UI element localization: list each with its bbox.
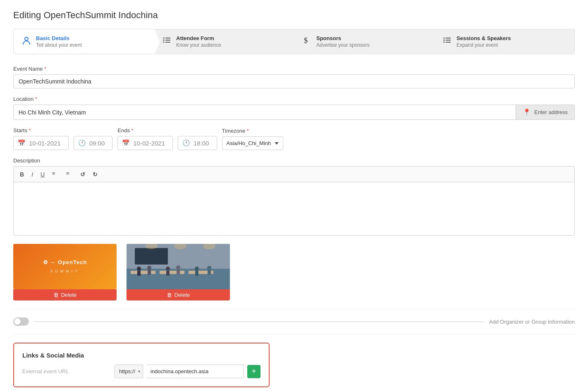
url-add-button[interactable]: + xyxy=(247,365,261,378)
ends-group: Ends * 📅 10-02-2021 xyxy=(117,127,173,150)
links-social-box: Links & Social Media External event URL … xyxy=(13,343,270,387)
step-basic-details[interactable]: Basic Details Tell about your event xyxy=(14,29,154,54)
images-row: ⚙ ↔ OpenTech SUMMIT 🗑 Delete xyxy=(13,244,575,300)
svg-point-26 xyxy=(147,266,151,270)
divider xyxy=(13,309,575,309)
clock2-icon: 🕐 xyxy=(182,139,190,147)
timezone-select[interactable]: Asia/Ho_Chi_Minh xyxy=(222,136,283,150)
svg-text:≡: ≡ xyxy=(52,171,55,176)
svg-rect-5 xyxy=(163,42,165,43)
event-photo xyxy=(127,244,230,289)
bold-button[interactable]: B xyxy=(17,169,27,179)
url-protocol-select[interactable]: https:// http:// xyxy=(115,365,138,378)
divider2 xyxy=(13,334,575,334)
italic-button[interactable]: I xyxy=(29,169,36,179)
page-title: Editing OpenTechSummit Indochina xyxy=(13,10,575,21)
photo-delete-button[interactable]: 🗑 Delete xyxy=(127,289,230,300)
step-basic-details-label: Basic Details xyxy=(36,35,82,41)
list-icon xyxy=(162,36,171,48)
svg-rect-8 xyxy=(443,38,445,38)
ends-time-input[interactable]: 🕐 18:00 xyxy=(178,136,217,150)
starts-date-value: 10-01-2021 xyxy=(29,140,61,147)
chevron-down-icon: ▾ xyxy=(138,369,143,374)
organizer-row: Add Organizer or Group Information xyxy=(13,317,575,326)
location-section: Location * 📍 Enter address xyxy=(13,96,575,120)
svg-text:$: $ xyxy=(304,36,308,45)
redo-button[interactable]: ↻ xyxy=(90,169,100,179)
svg-rect-33 xyxy=(195,271,198,276)
ends-label: Ends * xyxy=(117,127,173,134)
svg-text:⚙ ↔ OpenTech: ⚙ ↔ OpenTech xyxy=(43,259,87,265)
ends-time-label xyxy=(178,127,217,134)
starts-time-input[interactable]: 🕐 09:00 xyxy=(74,136,113,150)
enter-address-button[interactable]: 📍 Enter address xyxy=(516,105,575,120)
ends-date-value: 10-02-2021 xyxy=(133,140,165,147)
starts-time-group: 🕐 09:00 xyxy=(74,127,113,150)
description-section: Description B I U ≡ ≡ ↺ ↻ xyxy=(13,157,575,236)
event-logo: ⚙ ↔ OpenTech SUMMIT xyxy=(13,244,117,289)
svg-point-32 xyxy=(195,267,199,271)
step-sessions-speakers[interactable]: Sessions & Speakers Expand your event xyxy=(434,29,574,54)
dollar-icon: $ xyxy=(302,36,311,48)
svg-rect-29 xyxy=(166,271,170,276)
step-sessions-label: Sessions & Speakers xyxy=(457,35,511,41)
calendar2-icon: 📅 xyxy=(122,139,130,147)
undo-button[interactable]: ↺ xyxy=(77,169,88,179)
clock-icon: 🕐 xyxy=(78,139,86,147)
protocol-wrap: https:// http:// ▾ xyxy=(115,365,143,378)
step-basic-details-sublabel: Tell about your event xyxy=(36,42,82,48)
location-label: Location * xyxy=(13,96,575,102)
svg-text:≡: ≡ xyxy=(66,171,69,176)
trash2-icon: 🗑 xyxy=(167,292,172,298)
svg-rect-9 xyxy=(446,38,451,38)
starts-group: Starts * 📅 10-01-2021 xyxy=(13,127,69,150)
event-name-input[interactable] xyxy=(13,74,575,88)
timezone-label: Timezone * xyxy=(222,128,283,134)
svg-rect-11 xyxy=(446,40,451,41)
event-name-section: Event Name * xyxy=(13,66,575,88)
step-attendee-label: Attendee Form xyxy=(176,35,221,41)
toggle-knob xyxy=(14,318,21,325)
location-input[interactable] xyxy=(13,105,516,120)
svg-rect-4 xyxy=(165,40,170,41)
event-photo-wrap: 🗑 Delete xyxy=(127,244,230,300)
step-sessions-sublabel: Expand your event xyxy=(457,42,511,48)
step-sponsors-sublabel: Advertise your sponsors xyxy=(316,42,370,48)
timezone-group: Timezone * Asia/Ho_Chi_Minh xyxy=(222,128,283,150)
svg-rect-10 xyxy=(443,40,445,41)
pin-icon: 📍 xyxy=(523,108,531,116)
editor-toolbar: B I U ≡ ≡ ↺ ↻ xyxy=(13,166,575,182)
organizer-toggle[interactable] xyxy=(13,317,29,326)
starts-time-label xyxy=(74,127,113,134)
ordered-list-button[interactable]: ≡ xyxy=(49,169,62,179)
underline-button[interactable]: U xyxy=(38,169,48,179)
logo-delete-button[interactable]: 🗑 Delete xyxy=(13,289,117,300)
organizer-label: Add Organizer or Group Information xyxy=(489,319,575,325)
description-editor[interactable] xyxy=(13,182,575,236)
step-sponsors-label: Sponsors xyxy=(316,35,370,41)
location-row: 📍 Enter address xyxy=(13,105,575,120)
description-label: Description xyxy=(13,157,575,164)
ends-date-input[interactable]: 📅 10-02-2021 xyxy=(117,136,173,150)
starts-date-input[interactable]: 📅 10-01-2021 xyxy=(13,136,69,150)
svg-rect-1 xyxy=(163,38,165,38)
step-attendee-form[interactable]: Attendee Form Know your audience xyxy=(154,29,294,54)
svg-rect-12 xyxy=(443,42,445,43)
starts-time-value: 09:00 xyxy=(89,140,105,147)
wizard-steps: Basic Details Tell about your event Atte… xyxy=(13,29,575,54)
url-input[interactable] xyxy=(146,365,244,378)
svg-rect-25 xyxy=(137,271,141,276)
svg-rect-22 xyxy=(160,271,184,274)
svg-rect-27 xyxy=(148,270,151,275)
unordered-list-button[interactable]: ≡ xyxy=(63,169,76,179)
links-social-title: Links & Social Media xyxy=(22,352,261,359)
svg-rect-3 xyxy=(163,40,165,41)
ends-time-value: 18:00 xyxy=(194,140,209,147)
datetime-row: Starts * 📅 10-01-2021 🕐 09:00 Ends * 📅 1… xyxy=(13,127,575,150)
ends-time-group: 🕐 18:00 xyxy=(178,127,217,150)
step-sponsors[interactable]: $ Sponsors Advertise your sponsors xyxy=(294,29,434,54)
trash-icon: 🗑 xyxy=(53,292,59,298)
svg-rect-20 xyxy=(135,248,168,265)
svg-rect-13 xyxy=(446,42,451,43)
url-row: External event URL https:// http:// ▾ + xyxy=(22,365,261,378)
